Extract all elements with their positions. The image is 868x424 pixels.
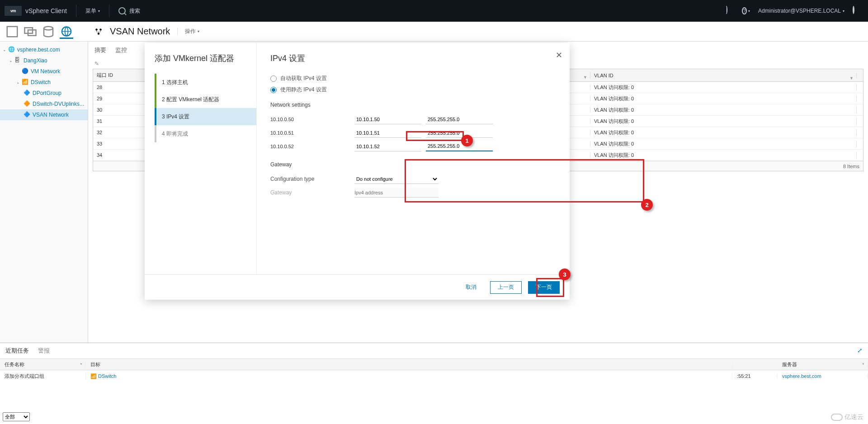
mask-input[interactable] bbox=[426, 114, 493, 124]
host-label: 10.10.0.51 bbox=[270, 130, 354, 136]
network-row: 10.10.0.50 bbox=[270, 113, 556, 126]
step-ready-complete: 4 即将完成 bbox=[155, 125, 256, 142]
close-icon[interactable]: ✕ bbox=[556, 50, 562, 60]
ip-input[interactable] bbox=[354, 128, 421, 138]
wizard-title: 添加 VMkernel 适配器 bbox=[155, 53, 256, 64]
mask-input[interactable] bbox=[426, 141, 493, 151]
radio-icon bbox=[270, 87, 277, 93]
gateway-input[interactable] bbox=[354, 188, 439, 198]
ip-input[interactable] bbox=[354, 114, 421, 124]
cancel-button[interactable]: 取消 bbox=[458, 281, 484, 294]
host-label: 10.10.0.50 bbox=[270, 117, 354, 122]
back-button[interactable]: 上一页 bbox=[490, 281, 522, 294]
step-ipv4-settings[interactable]: 3 IPv4 设置 bbox=[155, 108, 256, 125]
network-row: 10.10.0.51 bbox=[270, 126, 556, 140]
step-select-hosts[interactable]: 1 选择主机 bbox=[155, 74, 256, 91]
radio-auto-ipv4[interactable]: 自动获取 IPv4 设置 bbox=[270, 75, 556, 82]
dialog-subtitle: IPv4 设置 bbox=[270, 53, 556, 64]
host-label: 10.10.0.52 bbox=[270, 144, 354, 149]
ip-input[interactable] bbox=[354, 141, 421, 151]
config-type-label: Configuration type bbox=[270, 176, 354, 182]
gateway-field-label: Gateway bbox=[270, 189, 354, 196]
next-button[interactable]: 下一页 bbox=[528, 281, 560, 294]
gateway-label: Gateway bbox=[270, 161, 556, 168]
mask-input[interactable] bbox=[426, 128, 493, 138]
radio-icon bbox=[270, 75, 277, 82]
network-settings-label: Network settings bbox=[270, 102, 556, 108]
config-type-select[interactable]: Do not configure bbox=[354, 174, 439, 184]
add-vmkernel-dialog: 添加 VMkernel 适配器 1 选择主机 2 配置 VMkernel 适配器… bbox=[145, 43, 570, 300]
radio-static-ipv4[interactable]: 使用静态 IPv4 设置 bbox=[270, 86, 556, 94]
network-row: 10.10.0.52 bbox=[270, 140, 556, 153]
step-configure-adapter[interactable]: 2 配置 VMkernel 适配器 bbox=[155, 91, 256, 108]
